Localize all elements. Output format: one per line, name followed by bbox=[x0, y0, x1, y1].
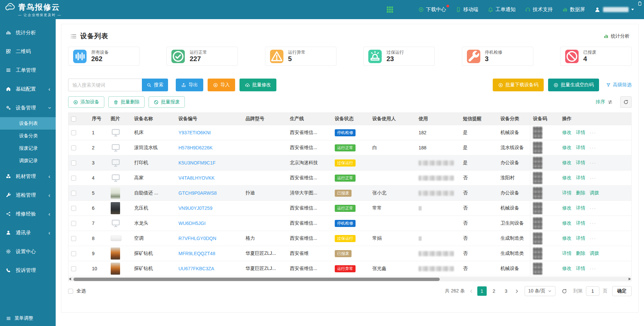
refresh-button[interactable] bbox=[620, 96, 632, 108]
action-link[interactable]: 调拨 bbox=[590, 190, 599, 196]
search-button[interactable]: 搜索 bbox=[142, 79, 168, 91]
nav-tech-support[interactable]: 技术支持 bbox=[525, 6, 553, 13]
action-more[interactable]: ··· bbox=[590, 160, 596, 166]
advanced-filter-link[interactable]: 高级筛选 bbox=[606, 82, 632, 88]
select-all[interactable]: 全选 bbox=[68, 288, 86, 294]
row-checkbox[interactable] bbox=[71, 160, 76, 166]
action-link[interactable]: 修改 bbox=[562, 160, 572, 166]
export-button[interactable]: 导出 bbox=[176, 79, 203, 91]
device-code-link[interactable]: UU677FKBC3ZA bbox=[178, 266, 214, 271]
batch-delete-button[interactable]: 批量删除 bbox=[108, 96, 145, 108]
device-code-link[interactable]: K5U3NOFM9C1F bbox=[178, 160, 215, 166]
user-menu[interactable] bbox=[594, 7, 634, 13]
action-link[interactable]: 修改 bbox=[562, 266, 572, 272]
next-page-button[interactable] bbox=[514, 289, 519, 294]
prev-page-button[interactable] bbox=[469, 289, 474, 294]
action-link[interactable]: 修改 bbox=[562, 235, 572, 241]
batch-download-codes-button[interactable]: 批量下载设备码 bbox=[493, 79, 544, 91]
row-checkbox[interactable] bbox=[71, 221, 76, 226]
menu-adjust-button[interactable]: 菜单调整 bbox=[0, 311, 56, 326]
clipboard-icon[interactable] bbox=[637, 1, 642, 6]
page-button-2[interactable]: 2 bbox=[489, 286, 499, 296]
action-more[interactable]: ··· bbox=[590, 205, 596, 211]
row-checkbox[interactable] bbox=[71, 251, 76, 256]
apps-grid-icon[interactable] bbox=[386, 5, 394, 14]
row-checkbox[interactable] bbox=[71, 266, 76, 271]
search-input[interactable] bbox=[68, 79, 142, 91]
batch-generate-blank-button[interactable]: 批量生成空白码 bbox=[548, 79, 599, 91]
add-device-button[interactable]: 添加设备 bbox=[68, 96, 104, 108]
sidebar-item-settings[interactable]: 设置中心 bbox=[0, 242, 56, 261]
action-link[interactable]: 删除 bbox=[576, 190, 585, 196]
action-more[interactable]: ··· bbox=[590, 266, 596, 271]
action-link[interactable]: 详情 bbox=[562, 250, 572, 257]
sidebar-item-base-config[interactable]: 基础配置‹ bbox=[0, 80, 56, 98]
header-checkbox[interactable] bbox=[71, 117, 76, 122]
pagination-refresh-icon[interactable] bbox=[561, 288, 567, 294]
select-all-checkbox[interactable] bbox=[68, 289, 73, 294]
action-link[interactable]: 修改 bbox=[562, 145, 572, 151]
nav-mobile[interactable]: 移动端 bbox=[455, 6, 478, 13]
scrollbar-thumb[interactable] bbox=[73, 278, 440, 281]
row-checkbox[interactable] bbox=[71, 236, 76, 241]
sort-toggle[interactable]: 排序 bbox=[596, 99, 613, 105]
sidebar-item-complaints[interactable]: 投诉管理 bbox=[0, 261, 56, 280]
device-code-link[interactable]: R7VFHLGY0DQN bbox=[178, 236, 216, 241]
action-link[interactable]: 详情 bbox=[576, 130, 585, 136]
sidebar-item-qrcode[interactable]: 二维码 bbox=[0, 42, 56, 61]
device-code-link[interactable]: MFR9LEQQZT48 bbox=[178, 251, 215, 256]
sidebar-item-consumables[interactable]: 耗材管理‹ bbox=[0, 167, 56, 186]
action-link[interactable]: 详情 bbox=[576, 235, 585, 241]
scroll-left-arrow-icon[interactable] bbox=[69, 278, 71, 280]
batch-edit-button[interactable]: 批量修改 bbox=[239, 79, 276, 91]
device-code-link[interactable]: H578H9D6226K bbox=[178, 145, 213, 150]
sidebar-subitem-device-list[interactable]: 设备列表 bbox=[0, 117, 56, 130]
action-link[interactable]: 详情 bbox=[576, 205, 585, 211]
action-link[interactable]: 详情 bbox=[576, 175, 585, 181]
sidebar-subitem-device-category[interactable]: 设备分类 bbox=[0, 130, 56, 142]
action-link[interactable]: 删除 bbox=[576, 250, 585, 257]
sidebar-item-devices[interactable]: 设备管理‹ bbox=[0, 98, 56, 117]
goto-page-input[interactable]: 1 bbox=[586, 286, 599, 296]
row-checkbox[interactable] bbox=[71, 176, 76, 181]
sidebar-item-contacts[interactable]: 通讯录‹ bbox=[0, 223, 56, 242]
sidebar-item-orders[interactable]: 工单管理 bbox=[0, 61, 56, 80]
action-more[interactable]: ··· bbox=[590, 145, 596, 150]
confirm-button[interactable]: 确定 bbox=[612, 286, 632, 296]
action-more[interactable]: ··· bbox=[590, 175, 596, 181]
action-link[interactable]: 详情 bbox=[576, 220, 585, 226]
per-page-select[interactable]: 10 条/页 bbox=[525, 286, 555, 296]
action-more[interactable]: ··· bbox=[590, 130, 596, 135]
action-link[interactable]: 详情 bbox=[576, 160, 585, 166]
scroll-right-arrow-icon[interactable] bbox=[629, 278, 631, 280]
action-link[interactable]: 详情 bbox=[576, 145, 585, 151]
batch-scrap-button[interactable]: 批量报废 bbox=[149, 96, 185, 108]
action-link[interactable]: 修改 bbox=[562, 205, 572, 211]
row-checkbox[interactable] bbox=[71, 206, 76, 211]
sidebar-item-stats[interactable]: 统计分析 bbox=[0, 23, 56, 42]
device-code-link[interactable]: V4TA8LHYOVKK bbox=[178, 175, 215, 181]
row-checkbox[interactable] bbox=[71, 130, 76, 135]
nav-order-notify[interactable]: 工单通知 bbox=[488, 6, 516, 13]
sidebar-item-repair-exp[interactable]: 维修经验‹ bbox=[0, 204, 56, 223]
action-link[interactable]: 详情 bbox=[576, 266, 585, 272]
page-button-3[interactable]: 3 bbox=[501, 286, 511, 296]
nav-download-center[interactable]: 下载中心 bbox=[418, 6, 446, 13]
device-code-link[interactable]: VN9U0YJ0T259 bbox=[178, 205, 212, 211]
horizontal-scrollbar[interactable] bbox=[68, 277, 632, 281]
statistics-link[interactable]: 统计分析 bbox=[603, 33, 630, 39]
row-checkbox[interactable] bbox=[71, 191, 76, 196]
action-link[interactable]: 详情 bbox=[562, 190, 572, 196]
page-button-1[interactable]: 1 bbox=[477, 286, 487, 296]
row-checkbox[interactable] bbox=[71, 145, 76, 150]
sidebar-subitem-transfer-records[interactable]: 调拨记录 bbox=[0, 154, 56, 167]
action-more[interactable]: ··· bbox=[590, 236, 596, 241]
sidebar-subitem-scrap-records[interactable]: 报废记录 bbox=[0, 142, 56, 154]
import-button[interactable]: 导入 bbox=[208, 79, 235, 91]
device-code-link[interactable]: GTCH9P0ARWS8 bbox=[178, 190, 217, 196]
action-link[interactable]: 修改 bbox=[562, 130, 572, 136]
device-code-link[interactable]: WU6DH5JGI bbox=[178, 221, 206, 226]
action-link[interactable]: 修改 bbox=[562, 220, 572, 226]
action-link[interactable]: 修改 bbox=[562, 175, 572, 181]
action-more[interactable]: ··· bbox=[590, 221, 596, 226]
